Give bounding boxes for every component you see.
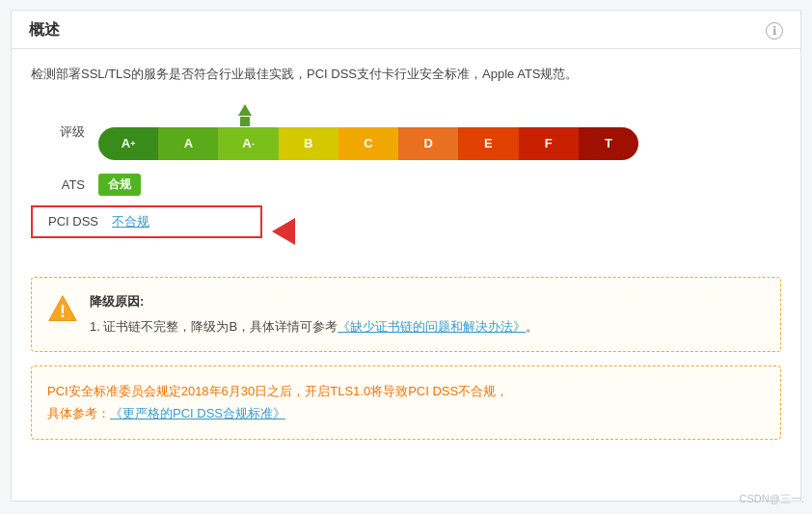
page-container: 概述 ℹ 检测部署SSL/TLS的服务是否符合行业最佳实践，PCI DSS支付卡… xyxy=(11,10,801,501)
pci-dss-badge[interactable]: 不合规 xyxy=(112,213,149,230)
description-text: 检测部署SSL/TLS的服务是否符合行业最佳实践，PCI DSS支付卡行业安全标… xyxy=(31,65,781,85)
pci-note-line1: PCI安全标准委员会规定2018年6月30日之后，开启TLS1.0将导致PCI … xyxy=(47,380,765,402)
pci-note-box: PCI安全标准委员会规定2018年6月30日之后，开启TLS1.0将导致PCI … xyxy=(31,365,781,440)
page-body: 检测部署SSL/TLS的服务是否符合行业最佳实践，PCI DSS支付卡行业安全标… xyxy=(12,49,800,455)
downgrade-item-1: 1. 证书链不完整，降级为B，具体详情可参考《缺少证书链的问题和解决办法》。 xyxy=(90,316,538,338)
downgrade-title: 降级原因: xyxy=(90,291,538,312)
rating-aplus: A+ xyxy=(98,127,158,160)
rating-section: 评级 A+ A A- B C D E F T xyxy=(31,104,781,160)
rating-e: E xyxy=(458,127,518,160)
rating-a: A xyxy=(158,127,218,160)
pci-note-line2: 具体参考：《更严格的PCI DSS合规标准》 xyxy=(47,402,765,424)
rating-label: 评级 xyxy=(31,123,98,141)
info-icon[interactable]: ℹ xyxy=(766,22,783,40)
pci-dss-label: PCI DSS xyxy=(44,214,112,229)
rating-t: T xyxy=(579,127,638,160)
downgrade-box: ! 降级原因: 1. 证书链不完整，降级为B，具体详情可参考《缺少证书链的问题和… xyxy=(31,277,781,352)
pci-dss-section: PCI DSS 不合规 xyxy=(31,205,262,238)
marker-dot xyxy=(240,117,250,126)
downgrade-link[interactable]: 《缺少证书链的问题和解决办法》 xyxy=(338,319,526,334)
arrow-container xyxy=(272,218,295,245)
rating-b: B xyxy=(279,127,338,160)
ats-label: ATS xyxy=(31,177,98,192)
rating-aminus: A- xyxy=(218,127,278,160)
pci-note-link[interactable]: 《更严格的PCI DSS合规标准》 xyxy=(110,406,285,420)
rating-c: C xyxy=(338,127,398,160)
pci-dss-row: PCI DSS 不合规 xyxy=(31,205,781,257)
watermark: CSDN@三一. xyxy=(740,492,804,506)
marker-triangle xyxy=(238,104,252,116)
page-title: 概述 xyxy=(29,20,60,41)
ats-badge: 合规 xyxy=(98,174,141,196)
rating-f: F xyxy=(519,127,579,160)
page-header: 概述 ℹ xyxy=(12,11,800,49)
marker-row xyxy=(98,104,638,125)
rating-d: D xyxy=(398,127,458,160)
warning-icon: ! xyxy=(47,293,78,324)
red-arrow-icon xyxy=(272,218,295,245)
downgrade-content: 降级原因: 1. 证书链不完整，降级为B，具体详情可参考《缺少证书链的问题和解决… xyxy=(90,291,538,338)
rating-bar: A+ A A- B C D E F T xyxy=(98,127,638,160)
rating-bar-wrapper: A+ A A- B C D E F T xyxy=(98,104,638,160)
ats-section: ATS 合规 xyxy=(31,174,781,196)
svg-text:!: ! xyxy=(60,302,66,321)
